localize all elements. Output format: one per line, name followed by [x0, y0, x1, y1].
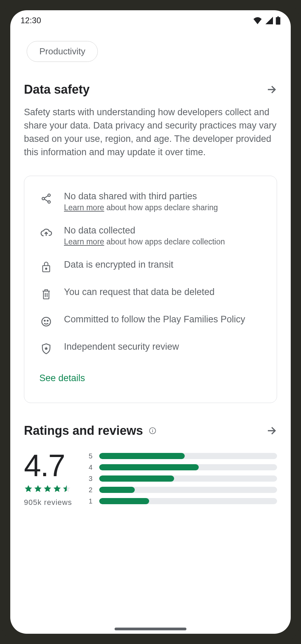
rating-bars: 5 4 3 2 1	[87, 450, 277, 505]
face-icon	[39, 315, 53, 328]
learn-more-link[interactable]: Learn more	[64, 237, 104, 246]
rating-bar-1: 1	[87, 497, 277, 505]
scroll-indicator	[115, 628, 186, 630]
bar-label: 1	[87, 497, 92, 505]
rating-bar-3: 3	[87, 475, 277, 483]
rating-stars	[24, 484, 72, 493]
ratings-title: Ratings and reviews	[24, 424, 143, 438]
wifi-icon	[253, 17, 262, 24]
safety-item-title: Committed to follow the Play Families Po…	[64, 314, 245, 325]
status-icons	[253, 16, 280, 25]
shield-star-icon	[39, 342, 53, 356]
safety-item-title: No data shared with third parties	[64, 191, 218, 202]
info-icon[interactable]	[148, 427, 157, 435]
bar-track	[99, 487, 277, 493]
svg-point-6	[44, 320, 45, 321]
main-content: Productivity Data safety Safety starts w…	[10, 31, 291, 634]
star-icon	[43, 484, 52, 493]
battery-icon	[276, 16, 280, 25]
rating-bar-4: 4	[87, 464, 277, 471]
safety-item-no-share: No data shared with third parties Learn …	[39, 191, 262, 212]
ratings-summary: 4.7 905k reviews 5	[24, 450, 277, 507]
star-half-icon	[62, 484, 71, 493]
bar-fill	[99, 464, 199, 470]
safety-item-title: No data collected	[64, 225, 225, 236]
bar-track	[99, 475, 277, 482]
rating-bar-5: 5	[87, 452, 277, 460]
cellular-icon	[265, 17, 273, 24]
data-safety-title: Data safety	[24, 82, 90, 97]
data-safety-card: No data shared with third parties Learn …	[24, 176, 277, 403]
bar-track	[99, 464, 277, 470]
star-icon	[34, 484, 42, 493]
lock-icon	[39, 260, 53, 274]
safety-item-encrypted: Data is encrypted in transit	[39, 259, 262, 274]
share-icon	[39, 192, 53, 205]
svg-point-7	[47, 320, 48, 321]
status-bar: 12:30	[10, 10, 291, 31]
safety-item-delete: You can request that data be deleted	[39, 287, 262, 301]
safety-item-title: You can request that data be deleted	[64, 287, 214, 297]
safety-item-families: Committed to follow the Play Families Po…	[39, 314, 262, 328]
see-details-link[interactable]: See details	[39, 373, 85, 384]
safety-item-title: Independent security review	[64, 341, 179, 352]
bar-fill	[99, 498, 149, 504]
rating-score: 4.7	[24, 450, 72, 481]
bar-track	[99, 498, 277, 504]
safety-item-sub: Learn more about how apps declare collec…	[64, 237, 225, 246]
bar-label: 5	[87, 452, 92, 460]
data-safety-header[interactable]: Data safety	[24, 82, 277, 97]
svg-point-5	[42, 317, 51, 326]
svg-point-4	[45, 268, 47, 269]
ratings-header[interactable]: Ratings and reviews	[24, 424, 277, 438]
safety-item-title: Data is encrypted in transit	[64, 259, 173, 270]
bar-label: 4	[87, 464, 92, 471]
safety-item-sub: Learn more about how apps declare sharin…	[64, 203, 218, 212]
learn-more-link[interactable]: Learn more	[64, 203, 104, 212]
cloud-upload-icon	[39, 226, 53, 240]
bar-fill	[99, 453, 184, 459]
bar-label: 3	[87, 475, 92, 483]
star-icon	[24, 484, 33, 493]
rating-score-block: 4.7 905k reviews	[24, 450, 72, 507]
safety-item-security-review: Independent security review	[39, 341, 262, 356]
star-icon	[53, 484, 62, 493]
clock: 12:30	[21, 16, 41, 25]
bar-label: 2	[87, 486, 92, 494]
category-chip-productivity[interactable]: Productivity	[27, 41, 98, 62]
reviews-count: 905k reviews	[24, 498, 72, 507]
device-frame: 12:30 Productivity Data safety Safety st…	[0, 0, 301, 644]
safety-item-no-collect: No data collected Learn more about how a…	[39, 225, 262, 246]
trash-icon	[39, 287, 53, 301]
bar-fill	[99, 487, 135, 493]
bar-fill	[99, 475, 174, 482]
data-safety-description: Safety starts with understanding how dev…	[24, 106, 277, 159]
bar-track	[99, 453, 277, 459]
arrow-right-icon	[265, 425, 277, 437]
arrow-right-icon	[265, 84, 277, 95]
screen: 12:30 Productivity Data safety Safety st…	[10, 10, 291, 634]
rating-bar-2: 2	[87, 486, 277, 494]
